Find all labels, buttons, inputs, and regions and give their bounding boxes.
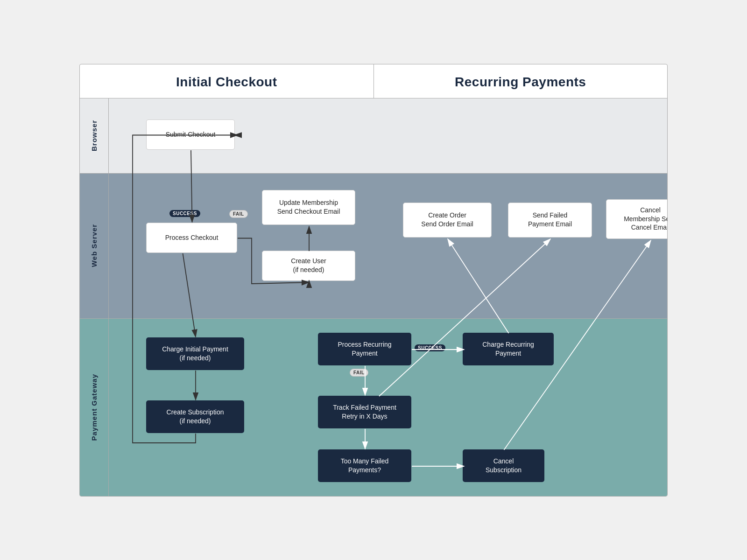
- lane-webserver: Web Server Process Checkout SUCCESS FAIL: [80, 174, 667, 319]
- lane-gateway-content: Charge Initial Payment (if needed) Creat…: [109, 319, 667, 496]
- lane-gateway-label-cell: Payment Gateway: [80, 319, 109, 496]
- lane-gateway: Payment Gateway Charge Initial Payment (…: [80, 319, 667, 496]
- lane-gateway-label: Payment Gateway: [90, 374, 98, 441]
- lane-webserver-content: Process Checkout SUCCESS FAIL Update Mem…: [109, 174, 667, 318]
- fail-badge-1: FAIL: [229, 210, 248, 218]
- process-recurring-box: Process Recurring Payment: [318, 333, 411, 365]
- diagram-body: Browser Submit Checkout Web Server: [80, 98, 667, 496]
- lane-browser-content: Submit Checkout: [109, 98, 667, 173]
- create-user-box: Create User (if needed): [262, 251, 355, 281]
- lane-browser-label-cell: Browser: [80, 98, 109, 173]
- create-order-box: Create Order Send Order Email: [403, 203, 492, 238]
- submit-checkout-box: Submit Checkout: [146, 119, 235, 150]
- charge-initial-box: Charge Initial Payment (if needed): [146, 337, 244, 370]
- success-badge-2: SUCCESS: [415, 344, 445, 351]
- header-left: Initial Checkout: [80, 64, 374, 98]
- send-failed-email-box: Send Failed Payment Email: [508, 203, 592, 238]
- cancel-subscription-box: Cancel Subscription: [463, 449, 544, 482]
- too-many-failed-box: Too Many Failed Payments?: [318, 449, 411, 482]
- update-membership-box: Update Membership Send Checkout Email: [262, 190, 355, 225]
- lane-browser-label: Browser: [90, 120, 98, 151]
- lane-browser: Browser Submit Checkout: [80, 98, 667, 174]
- fail-badge-2: FAIL: [350, 369, 368, 377]
- header-title-left: Initial Checkout: [176, 75, 277, 89]
- header: Initial Checkout Recurring Payments: [80, 64, 667, 98]
- create-subscription-box: Create Subscription (if needed): [146, 400, 244, 433]
- success-badge: SUCCESS: [169, 210, 200, 217]
- header-title-right: Recurring Payments: [455, 75, 586, 89]
- cancel-membership-box: Cancel Membership Send Cancel Email: [606, 199, 668, 239]
- lanes: Browser Submit Checkout Web Server: [80, 98, 667, 496]
- lane-webserver-label-cell: Web Server: [80, 174, 109, 318]
- process-checkout-box: Process Checkout: [146, 223, 237, 253]
- diagram-wrapper: Initial Checkout Recurring Payments Brow…: [79, 64, 668, 497]
- header-right: Recurring Payments: [374, 64, 668, 98]
- charge-recurring-box: Charge Recurring Payment: [463, 333, 554, 365]
- lane-webserver-label: Web Server: [90, 224, 98, 267]
- track-failed-box: Track Failed Payment Retry in X Days: [318, 396, 411, 428]
